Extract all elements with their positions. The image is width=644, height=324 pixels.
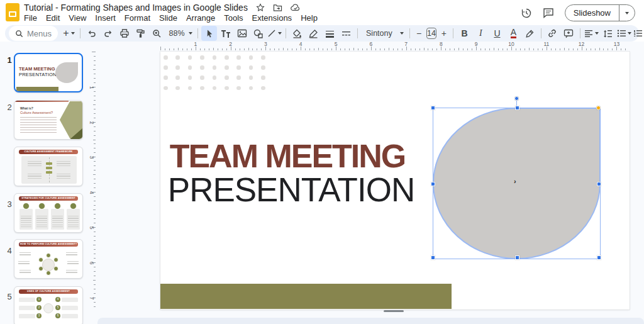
bullet-list-button[interactable] <box>616 26 632 41</box>
menu-item-slide[interactable]: Slide <box>155 13 182 23</box>
border-dash-icon <box>341 30 351 37</box>
redo-button[interactable] <box>100 26 116 41</box>
resize-handle-bottom-right[interactable] <box>597 255 601 260</box>
border-weight-button[interactable] <box>322 26 338 41</box>
comments-icon[interactable] <box>543 8 554 18</box>
zoom-tool-button[interactable] <box>149 26 165 41</box>
shape-tool-button[interactable] <box>250 26 266 41</box>
underline-icon: U <box>494 28 500 38</box>
print-button[interactable] <box>116 26 132 41</box>
search-icon <box>15 30 23 38</box>
decrease-font-button[interactable]: − <box>413 26 425 41</box>
menu-item-arrange[interactable]: Arrange <box>182 13 219 23</box>
horizontal-ruler[interactable]: 12345678910111213 <box>160 42 630 51</box>
font-family-select[interactable]: Sintony <box>361 26 406 41</box>
thumb5-banner: HOW TO PERFORM CULTURE ASSESSMENT? <box>19 242 78 247</box>
slide-filmstrip[interactable]: 1 TEAM MEETING PRESENTATION 2 What is? C… <box>0 50 89 324</box>
vertical-ruler[interactable]: 1234567 <box>89 52 96 310</box>
align-button[interactable] <box>584 26 599 41</box>
speaker-notes-resize-handle[interactable] <box>384 310 404 312</box>
add-comment-icon <box>564 29 574 38</box>
menu-item-view[interactable]: View <box>64 13 91 23</box>
highlighter-icon <box>525 29 535 38</box>
olive-bar-shape[interactable] <box>160 284 452 309</box>
slide-thumbnail-6[interactable]: USES OF CULTURE ASSESSMENT 142536 <box>14 286 83 324</box>
menu-item-edit[interactable]: Edit <box>42 13 64 23</box>
add-comment-button[interactable] <box>561 26 577 41</box>
resize-handle-top-left[interactable] <box>431 106 435 110</box>
menu-item-help[interactable]: Help <box>296 13 322 23</box>
menu-item-tools[interactable]: Tools <box>219 13 247 23</box>
move-folder-icon[interactable] <box>273 4 282 12</box>
slide-canvas[interactable]: TEAM MEETING PRESENTATION › <box>160 52 630 310</box>
numbered-list-button[interactable] <box>633 26 644 41</box>
slide-thumbnail-2[interactable]: What is? Culture Assessment? <box>14 100 83 140</box>
image-icon <box>237 29 247 38</box>
insert-link-button[interactable] <box>545 26 560 41</box>
menu-item-insert[interactable]: Insert <box>91 13 120 23</box>
slide-thumbnail-3[interactable]: CULTURE ASSESSMENT FRAMEWORK <box>14 147 83 186</box>
slide-thumbnail-5[interactable]: HOW TO PERFORM CULTURE ASSESSMENT? <box>14 239 83 279</box>
slides-logo-inner <box>9 11 16 17</box>
cloud-saved-icon[interactable] <box>291 4 301 11</box>
document-title[interactable]: Tutorial - Formating Shapes and Images i… <box>24 3 248 13</box>
paint-format-icon <box>136 28 146 38</box>
menu-item-extensions[interactable]: Extensions <box>248 13 297 23</box>
thumb3-banner: CULTURE ASSESSMENT FRAMEWORK <box>19 150 78 154</box>
font-size-input[interactable]: 14 <box>426 28 436 39</box>
underline-button[interactable]: U <box>489 26 505 41</box>
line-spacing-icon <box>603 30 613 38</box>
bold-button[interactable]: B <box>457 26 472 41</box>
slideshow-button[interactable]: Slideshow <box>565 4 635 21</box>
text-cursor-glyph: › <box>514 177 516 185</box>
slideshow-dropdown[interactable] <box>619 5 635 21</box>
fill-color-icon <box>292 29 302 38</box>
chevron-down-icon <box>400 32 404 35</box>
paint-format-button[interactable] <box>133 26 148 41</box>
border-dash-button[interactable] <box>338 26 354 41</box>
chevron-down-icon <box>71 32 75 35</box>
slide-title-line2[interactable]: PRESENTATION <box>160 170 422 209</box>
undo-button[interactable] <box>84 26 99 41</box>
slide-title-line1[interactable]: TEAM MEETING <box>160 137 414 175</box>
star-icon[interactable] <box>256 3 265 12</box>
line-tool-button[interactable] <box>267 26 282 41</box>
link-icon <box>547 28 557 38</box>
history-icon[interactable] <box>521 8 532 19</box>
image-tool-button[interactable] <box>234 26 250 41</box>
resize-handle-bottom-left[interactable] <box>431 255 435 260</box>
slide-thumbnail-4[interactable]: STRATEGIES FOR CULTURE ASSESSMENT <box>14 193 83 233</box>
font-size-value: 14 <box>427 29 436 38</box>
speaker-notes-panel-edge[interactable] <box>97 318 644 324</box>
chevron-down-icon <box>189 32 192 35</box>
slides-logo[interactable] <box>6 3 19 21</box>
border-color-button[interactable] <box>306 26 321 41</box>
fill-color-button[interactable] <box>289 26 305 41</box>
main-toolbar: Menus + 88% Sintony − 14 + B I U A <box>5 25 639 42</box>
line-spacing-button[interactable] <box>600 26 616 41</box>
slide-number: 3 <box>5 199 14 209</box>
undo-icon <box>87 29 97 38</box>
slide-number: 5 <box>5 292 14 301</box>
menus-search[interactable]: Menus <box>9 26 58 41</box>
highlight-button[interactable] <box>522 26 538 41</box>
teardrop-shape[interactable] <box>433 108 601 259</box>
thumb2-accent-line <box>14 101 69 102</box>
menu-item-file[interactable]: File <box>19 13 42 23</box>
zoom-select[interactable]: 88% <box>165 26 194 41</box>
rotation-handle[interactable] <box>514 96 519 101</box>
thumb6-banner: USES OF CULTURE ASSESSMENT <box>19 289 78 294</box>
textbox-tool-button[interactable] <box>218 26 233 41</box>
thumb1-title: TEAM MEETING <box>19 66 55 72</box>
menu-item-format[interactable]: Format <box>120 13 155 23</box>
italic-button[interactable]: I <box>473 26 489 41</box>
select-tool-button[interactable] <box>201 26 217 41</box>
insert-plus-button[interactable]: + <box>61 26 77 41</box>
border-color-icon <box>309 29 318 38</box>
plus-icon: + <box>63 28 69 39</box>
text-color-button[interactable]: A <box>506 26 521 41</box>
increase-font-button[interactable]: + <box>438 26 450 41</box>
thumb6-center-icon <box>43 303 53 313</box>
slide-thumbnail-1[interactable]: TEAM MEETING PRESENTATION <box>14 53 83 92</box>
menus-placeholder: Menus <box>27 29 52 38</box>
